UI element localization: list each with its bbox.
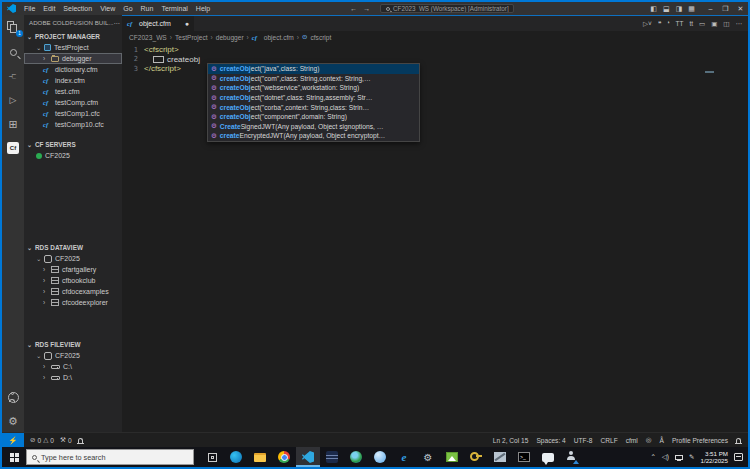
suggestion-item[interactable]: ⚙ createObject("com",class: String,conte…: [208, 74, 419, 84]
back-arrow-icon[interactable]: ←: [350, 5, 357, 12]
taskbar-app-globe[interactable]: [344, 447, 368, 467]
explorer-icon[interactable]: 1: [6, 21, 20, 35]
language-mode[interactable]: cfml: [626, 437, 638, 444]
remote-indicator[interactable]: ⚡: [2, 433, 24, 447]
breadcrumb-workspace[interactable]: CF2023_WS: [129, 34, 167, 41]
taskbar-app-image[interactable]: [440, 447, 464, 467]
breadcrumb-symbol[interactable]: cfscript: [310, 34, 331, 41]
customize-layout-icon[interactable]: ▦: [688, 5, 695, 13]
tree-item-database[interactable]: › cfdocexamples: [24, 286, 122, 297]
taskbar-app-ie[interactable]: e: [392, 447, 416, 467]
tree-item-file[interactable]: cf testComp1.cfc: [24, 108, 122, 119]
accessibility-icon[interactable]: Å: [660, 437, 664, 444]
taskbar-clock[interactable]: 3:51 PM 1/22/2025: [700, 450, 728, 465]
problems-indicator[interactable]: ⊘ 0 △ 0: [30, 436, 54, 444]
minimap[interactable]: [705, 71, 714, 75]
tree-item-testproject[interactable]: ⌄ TestProject: [24, 42, 122, 53]
command-center-search[interactable]: CF2023_WS (Workspace) [Administrator]: [380, 4, 514, 13]
suggestion-item[interactable]: ⚙ createEncryptedJWT(Any payload, Object…: [208, 131, 419, 141]
minimize-button[interactable]: –: [703, 2, 718, 15]
bell-icon[interactable]: [78, 438, 83, 443]
code-line[interactable]: 1 <cfscript>: [122, 45, 748, 55]
language-status-icon[interactable]: ◎: [646, 436, 652, 444]
uppercase-icon[interactable]: TT: [675, 20, 683, 27]
start-button[interactable]: [2, 447, 26, 467]
tree-item-file[interactable]: cf testComp.cfm: [24, 97, 122, 108]
section-project-manager[interactable]: ⌄ PROJECT MANAGER: [24, 30, 122, 42]
pen-icon[interactable]: ✎: [689, 453, 694, 461]
menu-help[interactable]: Help: [192, 2, 214, 15]
taskbar-app-key[interactable]: [464, 447, 488, 467]
more-actions-icon[interactable]: ⋯: [736, 20, 743, 28]
menu-go[interactable]: Go: [119, 2, 136, 15]
network-display-icon[interactable]: [675, 455, 683, 460]
extensions-icon[interactable]: ⊞: [6, 117, 20, 131]
volume-icon[interactable]: ◁): [662, 453, 669, 461]
suggestion-item[interactable]: ⚙ createObject("corba",context: String,c…: [208, 102, 419, 112]
account-icon[interactable]: [6, 390, 20, 404]
coldfusion-extension-icon[interactable]: Cf: [6, 141, 20, 155]
taskbar-app-edge[interactable]: [224, 447, 248, 467]
taskbar-app-remote-user[interactable]: [560, 447, 584, 467]
tree-item-drive[interactable]: › C:\: [24, 361, 122, 372]
tree-item-database[interactable]: › cfartgallery: [24, 264, 122, 275]
run-code-icon[interactable]: ▷˅: [643, 20, 652, 28]
preview-external-icon[interactable]: ▣: [711, 20, 717, 28]
taskbar-app-explorer[interactable]: [248, 447, 272, 467]
tree-item-cf-server[interactable]: CF2025: [24, 150, 122, 161]
breadcrumb-folder[interactable]: debugger: [216, 34, 244, 41]
breadcrumb-project[interactable]: TestProject: [175, 34, 208, 41]
menu-selection[interactable]: Selection: [59, 2, 96, 15]
section-rds-dataview[interactable]: ⌄ RDS DATAVIEW: [24, 241, 122, 253]
restore-button[interactable]: ❐: [718, 2, 733, 15]
tray-expand-icon[interactable]: ⌃: [650, 453, 655, 461]
tasks-indicator[interactable]: ⚒ 0: [60, 436, 72, 444]
suggestion-item[interactable]: ⚙ createObject("webservice",workstation:…: [208, 83, 419, 93]
menu-edit[interactable]: Edit: [39, 2, 59, 15]
encoding[interactable]: UTF-8: [574, 437, 593, 444]
action-center-icon[interactable]: [734, 453, 743, 461]
notifications-bell-icon[interactable]: [736, 438, 741, 443]
taskbar-app-tools[interactable]: [488, 447, 512, 467]
preview-browser-icon[interactable]: ▭: [699, 20, 705, 28]
taskbar-app-dark[interactable]: [320, 447, 344, 467]
taskbar-app-chat[interactable]: [536, 447, 560, 467]
task-view-button[interactable]: [200, 447, 224, 467]
suggestion-item[interactable]: ⚙ CreateSignedJWT(Any payload, Object si…: [208, 122, 419, 132]
taskbar-app-vscode[interactable]: [296, 447, 320, 467]
toggle-secondary-sidebar-icon[interactable]: ◨: [676, 5, 683, 13]
tree-item-file[interactable]: cf dictionary.cfm: [24, 64, 122, 75]
run-debug-icon[interactable]: ▷: [6, 93, 20, 107]
toggle-sidebar-icon[interactable]: ◧: [650, 5, 657, 13]
menu-terminal[interactable]: Terminal: [157, 2, 191, 15]
forward-arrow-icon[interactable]: →: [363, 5, 370, 12]
tree-item-drive[interactable]: › D:\: [24, 372, 122, 383]
menu-run[interactable]: Run: [137, 2, 158, 15]
taskbar-app-settings[interactable]: ⚙: [416, 447, 440, 467]
tree-item-database[interactable]: › cfbookclub: [24, 275, 122, 286]
eol-sequence[interactable]: CRLF: [600, 437, 617, 444]
close-button[interactable]: ✕: [733, 2, 748, 15]
taskbar-search[interactable]: Type here to search: [26, 449, 194, 465]
taskbar-app-cmd[interactable]: >_: [512, 447, 536, 467]
tab-object-cfm[interactable]: cf object.cfm ●: [122, 16, 194, 31]
profile-preferences[interactable]: Profile Preferences: [672, 437, 728, 444]
suggestion-item[interactable]: ⚙ createObject("component",domain: Strin…: [208, 112, 419, 122]
tree-item-file[interactable]: cf test.cfm: [24, 86, 122, 97]
taskbar-app-chrome[interactable]: [272, 447, 296, 467]
menu-file[interactable]: File: [20, 2, 39, 15]
search-view-icon[interactable]: [6, 45, 20, 59]
menu-view[interactable]: View: [96, 2, 119, 15]
tree-item-debugger[interactable]: › debugger: [24, 53, 122, 64]
section-cf-servers[interactable]: ⌄ CF SERVERS: [24, 138, 122, 150]
tree-item-rds-server[interactable]: ⌄ CF2025: [24, 253, 122, 264]
indentation[interactable]: Spaces: 4: [536, 437, 565, 444]
taskbar-app-sphere[interactable]: [368, 447, 392, 467]
double-quote-icon[interactable]: ❝: [658, 20, 662, 28]
toggle-panel-icon[interactable]: ⬓: [663, 5, 670, 13]
suggestion-item[interactable]: ⚙ createObject("java",class: String): [208, 64, 419, 74]
cursor-position[interactable]: Ln 2, Col 15: [493, 437, 529, 444]
tree-item-file[interactable]: cf index.cfm: [24, 75, 122, 86]
source-control-icon[interactable]: ⑂: [6, 69, 20, 83]
suggestion-item[interactable]: ⚙ createObject("dotnet",class: String,as…: [208, 93, 419, 103]
